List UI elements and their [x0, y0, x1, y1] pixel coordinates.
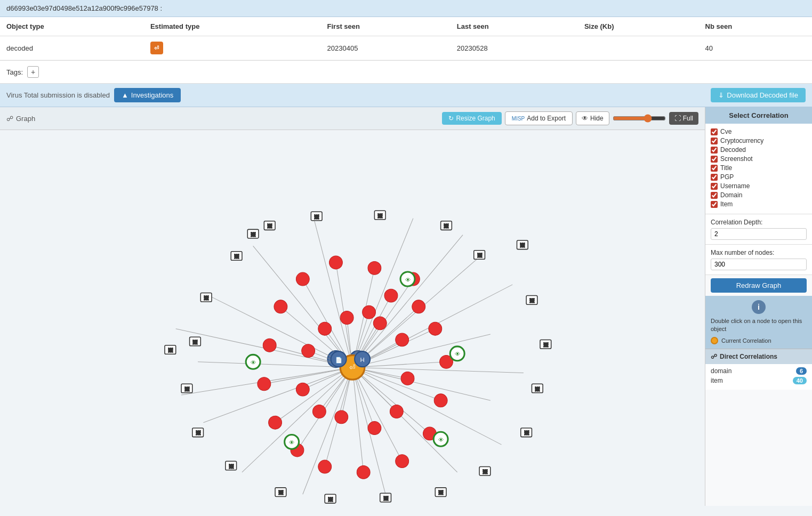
- corr-label-decoded: Decoded: [720, 146, 746, 154]
- action-bar-left: Virus Total submission is disabled ▲ Inv…: [6, 88, 181, 102]
- direct-correlations-list: domain 6 item 40: [705, 364, 812, 390]
- action-bar: Virus Total submission is disabled ▲ Inv…: [0, 84, 812, 107]
- redraw-graph-button[interactable]: Redraw Graph: [711, 278, 807, 293]
- chk-screenshot[interactable]: [711, 156, 718, 163]
- svg-point-71: [373, 317, 387, 330]
- cell-first-seen: 20230405: [321, 36, 451, 60]
- object-table: Object type Estimated type First seen La…: [0, 17, 812, 60]
- svg-point-78: [296, 383, 309, 396]
- misp-icon: MISP: [512, 116, 525, 122]
- svg-point-53: [384, 289, 398, 302]
- max-nodes-input[interactable]: [711, 259, 807, 270]
- download-icon: ⇓: [718, 91, 724, 99]
- add-tag-button[interactable]: +: [27, 66, 39, 78]
- resize-graph-button[interactable]: ↻ Resize Graph: [442, 112, 501, 125]
- svg-text:🖼: 🖼: [234, 254, 239, 259]
- chk-title[interactable]: [711, 165, 718, 172]
- info-icon: i: [752, 300, 766, 314]
- svg-point-72: [396, 333, 409, 346]
- svg-text:🖼: 🖼: [192, 340, 198, 345]
- corr-label-pgp: PGP: [720, 173, 734, 181]
- cell-size-kb: [578, 36, 699, 60]
- svg-point-82: [363, 305, 376, 319]
- cell-object-type: decoded: [0, 36, 144, 60]
- correlation-list: Cve Cryptocurrency Decoded Screenshot Ti…: [705, 124, 812, 214]
- svg-text:🖼: 🖼: [520, 243, 525, 248]
- correlation-depth-input[interactable]: [711, 228, 807, 240]
- svg-text:🖼: 🖼: [168, 348, 173, 353]
- object-table-container: Object type Estimated type First seen La…: [0, 17, 812, 61]
- select-correlation-header: Select Correlation: [705, 107, 812, 124]
- corr-item-username: Username: [711, 182, 807, 190]
- chk-username[interactable]: [711, 183, 718, 190]
- download-decoded-button[interactable]: ⇓ Download Decoded file: [711, 88, 806, 102]
- svg-point-61: [318, 460, 332, 473]
- investigations-button[interactable]: ▲ Investigations: [114, 88, 181, 102]
- chk-pgp[interactable]: [711, 174, 718, 181]
- table-row: decoded ⏎ 20230405 20230528 40: [0, 36, 812, 60]
- add-to-export-button[interactable]: MISP Add to Export: [505, 111, 573, 125]
- svg-point-77: [312, 405, 326, 418]
- chk-item[interactable]: [711, 201, 718, 208]
- chk-cryptocurrency[interactable]: [711, 138, 718, 144]
- corr-label-title: Title: [720, 164, 732, 172]
- svg-point-63: [269, 416, 282, 429]
- chk-decoded[interactable]: [711, 147, 718, 154]
- col-object-type: Object type: [0, 17, 144, 36]
- svg-text:🖼: 🖼: [314, 214, 319, 220]
- svg-point-76: [335, 410, 348, 424]
- full-button[interactable]: ⛶ Full: [669, 112, 698, 125]
- svg-text:🖼: 🖼: [535, 386, 540, 392]
- svg-text:🖼: 🖼: [383, 496, 389, 501]
- svg-text:🖼: 🖼: [529, 298, 535, 303]
- graph-toolbar: ☍ Graph ↻ Resize Graph MISP Add to Expor…: [0, 107, 705, 130]
- graph-svg[interactable]: 👁 👁 👁 👁 👁 🖼 🖼: [0, 130, 705, 505]
- svg-point-66: [274, 300, 287, 313]
- svg-point-55: [429, 322, 442, 335]
- correlation-depth-label: Correlation Depth:: [711, 219, 807, 226]
- corr-item-cryptocurrency: Cryptocurrency: [711, 137, 807, 144]
- corr-item-badge: 40: [793, 377, 807, 384]
- svg-text:⏎: ⏎: [349, 363, 356, 372]
- max-nodes-section: Max number of nodes:: [705, 245, 812, 275]
- graph-title: ☍ Graph: [6, 115, 35, 123]
- corr-label-screenshot: Screenshot: [720, 155, 753, 163]
- max-nodes-label: Max number of nodes:: [711, 249, 807, 256]
- svg-text:👁: 👁: [289, 440, 294, 446]
- current-correlation-legend: Current Correlation: [711, 337, 807, 344]
- virus-total-text: Virus Total submission is disabled: [6, 91, 110, 99]
- col-estimated-type: Estimated type: [144, 17, 321, 36]
- cell-nb-seen: 40: [699, 36, 812, 60]
- tags-row: Tags: +: [0, 61, 812, 84]
- corr-label-item: Item: [720, 200, 733, 208]
- resize-icon: ↻: [448, 115, 454, 122]
- graph-slider[interactable]: [613, 114, 666, 123]
- svg-text:👁: 👁: [251, 360, 256, 366]
- eye-slash-icon: 👁︎: [582, 115, 588, 122]
- svg-text:🖼: 🖼: [543, 342, 549, 348]
- main-layout: ☍ Graph ↻ Resize Graph MISP Add to Expor…: [0, 107, 812, 506]
- svg-point-80: [318, 322, 332, 335]
- info-section: i Double click on a node to open this ob…: [705, 296, 812, 349]
- graph-toolbar-right: ↻ Resize Graph MISP Add to Export 👁︎ Hid…: [442, 111, 698, 125]
- svg-text:🖼: 🖼: [196, 430, 201, 436]
- hide-button[interactable]: 👁︎ Hide: [576, 111, 609, 125]
- col-last-seen: Last seen: [451, 17, 578, 36]
- col-size-kb: Size (Kb): [578, 17, 699, 36]
- cell-last-seen: 20230528: [451, 36, 578, 60]
- chk-domain[interactable]: [711, 192, 718, 199]
- corr-item-cve: Cve: [711, 128, 807, 135]
- svg-text:🖼: 🖼: [229, 464, 234, 469]
- svg-point-79: [302, 344, 315, 358]
- svg-point-68: [329, 256, 343, 269]
- legend-dot: [711, 337, 718, 344]
- svg-text:H: H: [360, 357, 365, 363]
- correlation-depth-section: Correlation Depth:: [705, 214, 812, 245]
- chk-cve[interactable]: [711, 128, 718, 135]
- col-first-seen: First seen: [321, 17, 451, 36]
- upload-icon: ▲: [122, 91, 128, 99]
- svg-text:📄: 📄: [335, 357, 342, 364]
- corr-label-domain: Domain: [720, 191, 742, 199]
- graph-canvas[interactable]: 👁 👁 👁 👁 👁 🖼 🖼: [0, 130, 705, 505]
- svg-text:🖼: 🖼: [483, 469, 488, 474]
